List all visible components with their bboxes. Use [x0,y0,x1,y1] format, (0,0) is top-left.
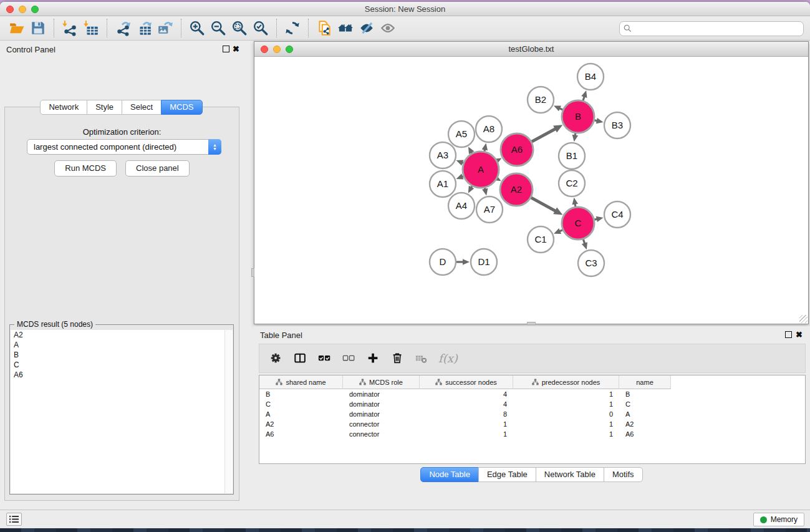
splitter-handle-vertical[interactable] [251,268,254,277]
table-cell[interactable]: dominator [343,399,420,409]
close-panel-icon[interactable]: ✖ [233,44,239,54]
search-input[interactable] [619,21,804,36]
table-cell[interactable]: 1 [513,389,619,399]
settings-button[interactable] [267,349,286,368]
zoom-fit-button[interactable] [229,19,250,37]
table-cell[interactable]: 4 [420,399,513,409]
graph-arrowhead-C-C3 [582,242,587,249]
result-item: A [11,340,233,350]
tab-style[interactable]: Style [87,100,122,115]
column-header-predecessor-nodes[interactable]: predecessor nodes [513,375,619,389]
graph-edge-A2-C[interactable] [531,198,556,211]
task-history-button[interactable] [6,513,22,526]
eye-button[interactable] [377,19,398,37]
zoom-in-icon [189,20,205,36]
graph-edge-A6-B[interactable] [532,128,556,142]
table-cell[interactable]: dominator [343,389,420,399]
splitter-handle-horizontal[interactable] [527,322,536,325]
column-header-shared-name[interactable]: shared name [259,375,343,389]
double-home-button[interactable] [335,19,356,37]
column-header-successor-nodes[interactable]: successor nodes [420,375,513,389]
table-cell[interactable]: A2 [259,419,343,429]
result-scrollbar[interactable] [224,330,233,493]
add-column-button[interactable] [364,349,383,368]
tab-mcds[interactable]: MCDS [161,100,202,115]
graph-node-label-A7: A7 [484,204,495,215]
export-network-button[interactable] [112,19,133,37]
table-cell[interactable]: C [259,399,343,409]
tab-network-table[interactable]: Network Table [536,467,604,482]
table-cell[interactable]: connector [343,419,420,429]
tab-network[interactable]: Network [40,100,87,115]
column-header-MCDS-role[interactable]: MCDS role [343,375,420,389]
zoom-fit-icon [231,20,248,36]
tab-node-table[interactable]: Node Table [420,467,479,482]
table-close-panel-icon[interactable]: ✖ [796,330,803,339]
table-cell[interactable]: B [259,389,343,399]
import-network-button[interactable] [59,19,80,37]
window-title: Session: New Session [0,4,810,14]
float-panel-icon[interactable] [223,46,229,52]
export-network-icon [115,20,131,36]
table-cell[interactable]: B [619,389,671,399]
eye-slash-button[interactable] [356,19,377,37]
tab-motifs[interactable]: Motifs [604,467,643,482]
copy-network-button[interactable] [314,19,335,37]
function-builder-button[interactable]: f(x) [437,352,458,365]
search-area [619,21,804,36]
tab-edge-table[interactable]: Edge Table [478,467,536,482]
network-canvas[interactable]: B4B2BB3A8A5A6A3B1AA1C2A2A4A7C4CC1C3DD1 [254,57,808,324]
save-session-button[interactable] [27,19,49,37]
delete-column-button[interactable] [388,349,407,368]
table-cell[interactable]: connector [343,429,420,439]
table-cell[interactable]: A [619,409,671,419]
table-cell[interactable]: A [259,409,343,419]
table-cell[interactable]: 1 [420,429,513,439]
network-view-window: testGlobe.txt B4B2BB3A8A5A6A3B1AA1C2A2A4… [254,41,809,324]
table-cell[interactable]: 4 [420,389,513,399]
table-cell[interactable]: 8 [420,409,513,419]
table-row: Cdominator41C [259,399,805,409]
table-cell[interactable]: A6 [619,429,671,439]
memory-button[interactable]: Memory [753,513,804,526]
graph-arrowhead-C-C4 [596,216,604,222]
column-header-label: MCDS role [369,379,403,386]
zoom-out-button[interactable] [208,19,229,37]
table-cell[interactable]: 0 [513,409,619,419]
table-cell[interactable]: 1 [513,399,619,409]
column-header-label: shared name [286,379,325,386]
table-cell[interactable]: C [619,399,671,409]
window-resize-grip[interactable] [799,315,808,323]
table-cell[interactable]: dominator [343,409,420,419]
export-table-button[interactable] [133,19,155,37]
tab-select[interactable]: Select [122,100,162,115]
memory-status-icon [760,516,767,523]
table-cell[interactable]: 1 [420,419,513,429]
export-image-icon [157,20,173,36]
table-float-panel-icon[interactable] [785,331,792,338]
select-all-columns-button[interactable] [316,349,334,368]
column-header-name[interactable]: name [619,375,671,389]
app-titlebar: Session: New Session [0,2,810,16]
unselect-all-columns-button[interactable] [340,349,359,368]
delete-table-icon [415,352,429,365]
import-table-button[interactable] [80,19,102,37]
run-mcds-button[interactable]: Run MCDS [54,160,117,177]
close-panel-button[interactable]: Close panel [125,160,190,177]
graph-node-label-C: C [575,218,582,228]
delete-table-button[interactable] [413,349,432,368]
column-tree-icon [359,379,366,385]
split-column-button[interactable] [291,349,310,368]
open-session-button[interactable] [6,19,27,37]
table-tabs: Node TableEdge TableNetwork TableMotifs [254,467,810,482]
optimization-dropdown[interactable]: largest connected component (directed) ▲… [27,139,221,155]
zoom-selected-button[interactable] [250,19,271,37]
refresh-view-button[interactable] [282,19,303,37]
table-cell[interactable]: 1 [513,419,619,429]
table-cell[interactable]: A6 [259,429,343,439]
export-image-button[interactable] [155,19,176,37]
zoom-in-button[interactable] [186,19,208,37]
table-cell[interactable]: A2 [619,419,671,429]
column-header-label: predecessor nodes [542,379,600,386]
table-cell[interactable]: 1 [513,429,619,439]
